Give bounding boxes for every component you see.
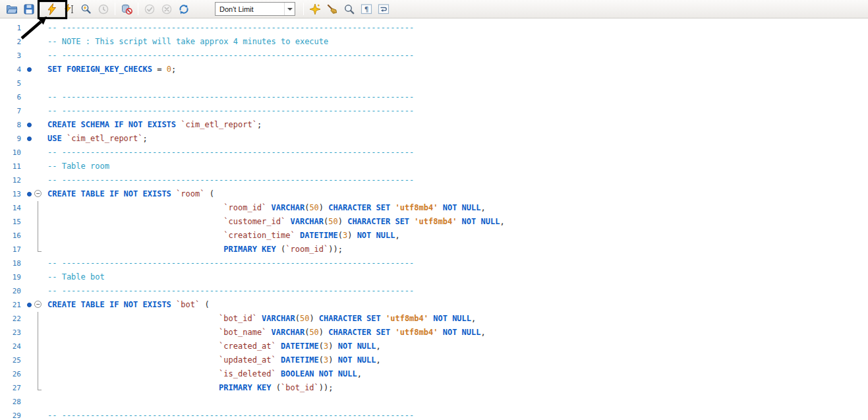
marker-cell bbox=[22, 35, 32, 49]
search-icon bbox=[343, 3, 355, 15]
code-line[interactable]: 16`creation_time` DATETIME(3) NOT NULL, bbox=[0, 229, 868, 243]
code-line[interactable]: 17PRIMARY KEY (`room_id`)); bbox=[0, 243, 868, 256]
code-line[interactable]: 8CREATE SCHEMA IF NOT EXISTS `cim_etl_re… bbox=[0, 118, 868, 132]
code-line[interactable]: 1-- ------------------------------------… bbox=[0, 21, 868, 35]
execute-button[interactable] bbox=[44, 1, 60, 17]
code-line[interactable]: 25`updated_at` DATETIME(3) NOT NULL, bbox=[0, 353, 868, 367]
code-line[interactable]: 9USE `cim_etl_report`; bbox=[0, 132, 868, 146]
limit-dropdown[interactable]: Don't Limit bbox=[215, 2, 295, 16]
marker-cell bbox=[22, 215, 32, 229]
wrap-text-button[interactable] bbox=[376, 1, 391, 17]
fold-cell bbox=[32, 270, 42, 284]
commit-button[interactable] bbox=[142, 1, 158, 17]
code-area[interactable]: 1-- ------------------------------------… bbox=[0, 21, 868, 420]
wrap-text-icon bbox=[378, 3, 390, 15]
fold-cell bbox=[32, 76, 42, 90]
line-number: 16 bbox=[0, 229, 22, 243]
line-number: 24 bbox=[0, 340, 22, 353]
stop-button[interactable] bbox=[96, 1, 111, 17]
cleanup-sql-button[interactable] bbox=[324, 1, 340, 17]
marker-cell bbox=[22, 395, 32, 409]
code-line[interactable]: 28 bbox=[0, 395, 868, 409]
code-text bbox=[42, 395, 47, 409]
commit-icon bbox=[144, 3, 156, 15]
statement-marker bbox=[22, 132, 32, 146]
code-line[interactable]: 15`customer_id` VARCHAR(50) CHARACTER SE… bbox=[0, 215, 868, 229]
code-text: -- -------------------------------------… bbox=[42, 49, 414, 63]
line-number: 5 bbox=[0, 76, 22, 90]
toolbar: Don't Limit ¶ bbox=[0, 0, 868, 18]
code-line[interactable]: 6-- ------------------------------------… bbox=[0, 90, 868, 104]
line-number: 8 bbox=[0, 118, 22, 132]
fold-cell bbox=[32, 409, 42, 420]
code-text: `updated_at` DATETIME(3) NOT NULL, bbox=[42, 353, 381, 367]
sql-editor-window: Don't Limit ¶ bbox=[0, 0, 868, 420]
line-number: 1 bbox=[0, 21, 22, 35]
code-line[interactable]: 5 bbox=[0, 76, 868, 90]
code-line[interactable]: 23`bot_name` VARCHAR(50) CHARACTER SET '… bbox=[0, 326, 868, 340]
code-line[interactable]: 4SET FOREIGN_KEY_CHECKS = 0; bbox=[0, 63, 868, 76]
explain-button[interactable] bbox=[78, 1, 94, 17]
code-text: -- -------------------------------------… bbox=[42, 21, 414, 35]
fold-cell bbox=[32, 353, 42, 367]
toolbar-separator bbox=[138, 3, 138, 15]
toolbar-separator bbox=[115, 3, 115, 15]
code-line[interactable]: 3-- ------------------------------------… bbox=[0, 49, 868, 63]
code-line[interactable]: 19-- Table bot bbox=[0, 270, 868, 284]
toggle-autocommit-button[interactable] bbox=[176, 1, 192, 17]
code-text: `created_at` DATETIME(3) NOT NULL, bbox=[42, 340, 381, 353]
code-line[interactable]: 14`room_id` VARCHAR(50) CHARACTER SET 'u… bbox=[0, 201, 868, 215]
beautify-button[interactable] bbox=[307, 1, 323, 17]
toggle-stop-on-error-button[interactable] bbox=[119, 1, 134, 17]
line-number: 13 bbox=[0, 187, 22, 201]
marker-cell bbox=[22, 104, 32, 118]
save-button[interactable] bbox=[21, 1, 37, 17]
rollback-button[interactable] bbox=[159, 1, 175, 17]
fold-cell bbox=[32, 340, 42, 353]
line-number: 14 bbox=[0, 201, 22, 215]
code-line[interactable]: 22`bot_id` VARCHAR(50) CHARACTER SET 'ut… bbox=[0, 312, 868, 326]
code-line[interactable]: 18-- -----------------------------------… bbox=[0, 256, 868, 270]
code-line[interactable]: 27PRIMARY KEY (`bot_id`)); bbox=[0, 381, 868, 395]
show-invisibles-button[interactable]: ¶ bbox=[359, 1, 374, 17]
statement-dot-icon bbox=[27, 192, 32, 196]
code-line[interactable]: 26`is_deleted` BOOLEAN NOT NULL, bbox=[0, 367, 868, 381]
execute-current-statement-button[interactable] bbox=[61, 1, 77, 17]
code-line[interactable]: 24`created_at` DATETIME(3) NOT NULL, bbox=[0, 340, 868, 353]
code-line[interactable]: 11-- Table room bbox=[0, 160, 868, 173]
fold-toggle-icon[interactable]: − bbox=[32, 187, 42, 201]
code-line[interactable]: 20-- -----------------------------------… bbox=[0, 284, 868, 298]
line-number: 18 bbox=[0, 256, 22, 270]
code-text: PRIMARY KEY (`room_id`)); bbox=[42, 243, 343, 256]
statement-marker bbox=[22, 63, 32, 76]
statement-dot-icon bbox=[27, 303, 32, 307]
marker-cell bbox=[22, 270, 32, 284]
code-line[interactable]: 13−CREATE TABLE IF NOT EXISTS `room` ( bbox=[0, 187, 868, 201]
code-text: `bot_id` VARCHAR(50) CHARACTER SET 'utf8… bbox=[42, 312, 476, 326]
line-number: 10 bbox=[0, 146, 22, 160]
code-text: `is_deleted` BOOLEAN NOT NULL, bbox=[42, 367, 362, 381]
line-number: 23 bbox=[0, 326, 22, 340]
find-button[interactable] bbox=[341, 1, 357, 17]
code-line[interactable]: 2-- NOTE : This script will take approx … bbox=[0, 35, 868, 49]
code-text: -- -------------------------------------… bbox=[42, 146, 414, 160]
marker-cell bbox=[22, 409, 32, 420]
marker-cell bbox=[22, 173, 32, 187]
marker-cell bbox=[22, 340, 32, 353]
marker-cell bbox=[22, 381, 32, 395]
code-line[interactable]: 21−CREATE TABLE IF NOT EXISTS `bot` ( bbox=[0, 298, 868, 312]
code-line[interactable]: 12-- -----------------------------------… bbox=[0, 173, 868, 187]
fold-cell bbox=[32, 229, 42, 243]
fold-toggle-icon[interactable]: − bbox=[32, 298, 42, 312]
code-line[interactable]: 10-- -----------------------------------… bbox=[0, 146, 868, 160]
code-line[interactable]: 29-- -----------------------------------… bbox=[0, 409, 868, 420]
open-script-button[interactable] bbox=[4, 1, 20, 17]
chevron-down-icon bbox=[284, 3, 295, 15]
line-number: 3 bbox=[0, 49, 22, 63]
sql-editor[interactable]: 1-- ------------------------------------… bbox=[0, 19, 868, 420]
code-text: -- -------------------------------------… bbox=[42, 256, 414, 270]
code-line[interactable]: 7-- ------------------------------------… bbox=[0, 104, 868, 118]
line-number: 27 bbox=[0, 381, 22, 395]
toolbar-separator bbox=[303, 3, 304, 15]
statement-marker bbox=[22, 298, 32, 312]
